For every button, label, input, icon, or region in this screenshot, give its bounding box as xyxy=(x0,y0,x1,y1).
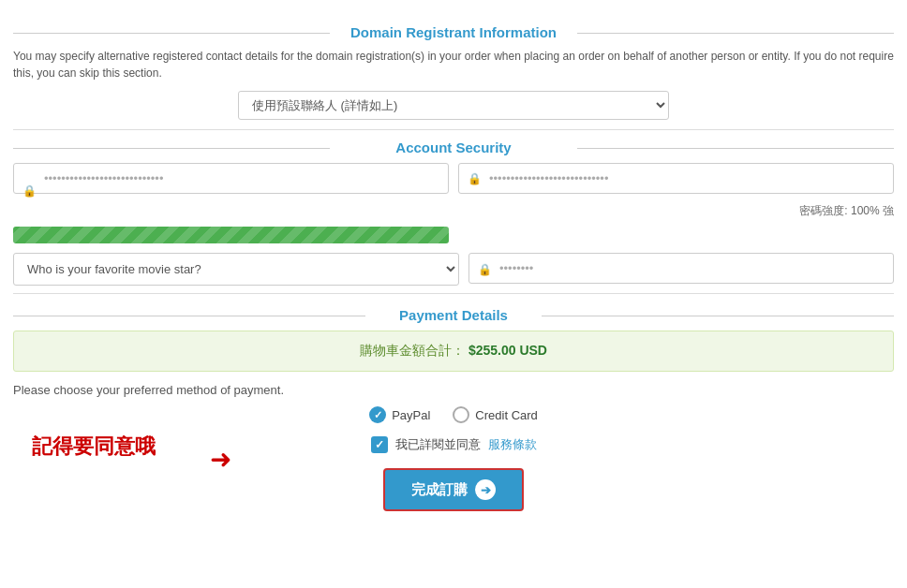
cart-label: 購物車金額合計： xyxy=(360,343,465,358)
creditcard-option[interactable]: Credit Card xyxy=(453,406,537,423)
payment-section: Payment Details 購物車金額合計： $255.00 USD Ple… xyxy=(13,307,894,511)
password-strength-label: 密碼強度: 100% 強 xyxy=(458,203,894,219)
submit-arrow-icon xyxy=(475,479,496,500)
password-confirm-input[interactable] xyxy=(458,163,894,194)
security-answer-input[interactable] xyxy=(468,253,894,284)
registrant-dropdown[interactable]: 使用預設聯絡人 (詳情如上) xyxy=(238,91,669,120)
terms-checkbox[interactable] xyxy=(371,436,388,453)
cart-amount: $255.00 USD xyxy=(468,343,547,358)
red-annotation-text: 記得要同意哦 xyxy=(32,433,156,461)
annotation-area: 記得要同意哦 ➜ 我已詳閱並同意 服務條款 xyxy=(13,436,894,453)
cart-total-box: 購物車金額合計： $255.00 USD xyxy=(13,331,894,372)
strength-bar-container xyxy=(13,227,449,243)
paypal-option[interactable]: PayPal xyxy=(369,406,430,423)
terms-link[interactable]: 服務條款 xyxy=(488,436,537,453)
red-arrow: ➜ xyxy=(210,444,231,475)
password-input[interactable] xyxy=(13,163,449,194)
lock-icon-2: 🔒 xyxy=(468,172,482,185)
creditcard-label: Credit Card xyxy=(475,408,537,422)
security-question-select[interactable]: Who is your favorite movie star? xyxy=(13,253,459,286)
empty-spacer xyxy=(458,227,894,243)
account-security-section: Account Security 🔒 🔒 密碼強度: 100% 強 Who is… xyxy=(13,140,894,286)
section-divider-1 xyxy=(13,129,894,130)
lock-icon-3: 🔒 xyxy=(478,263,492,276)
password-confirm-field-wrapper: 🔒 xyxy=(458,163,894,194)
account-security-title: Account Security xyxy=(13,140,894,155)
submit-row: 完成訂購 xyxy=(13,468,894,511)
creditcard-radio[interactable] xyxy=(453,406,469,423)
password-field-wrapper: 🔒 xyxy=(13,163,449,219)
terms-text: 我已詳閱並同意 xyxy=(395,436,481,453)
payment-title: Payment Details xyxy=(13,307,894,323)
domain-registrant-title: Domain Registrant Information xyxy=(13,24,894,40)
password-confirm-col: 🔒 密碼強度: 100% 強 xyxy=(458,163,894,219)
paypal-radio[interactable] xyxy=(369,406,386,423)
domain-registrant-section: Domain Registrant Information You may sp… xyxy=(13,24,894,120)
submit-label: 完成訂購 xyxy=(411,481,468,499)
paypal-label: PayPal xyxy=(392,408,430,422)
section-divider-2 xyxy=(13,293,894,294)
payment-prompt: Please choose your preferred method of p… xyxy=(13,383,894,397)
security-answer-wrapper: 🔒 xyxy=(468,253,894,286)
submit-button[interactable]: 完成訂購 xyxy=(383,468,524,511)
registrant-description: You may specify alternative registered c… xyxy=(13,48,894,81)
strength-bar xyxy=(13,227,449,243)
payment-options-row: PayPal Credit Card xyxy=(13,406,894,423)
lock-icon-1: 🔒 xyxy=(22,184,37,198)
